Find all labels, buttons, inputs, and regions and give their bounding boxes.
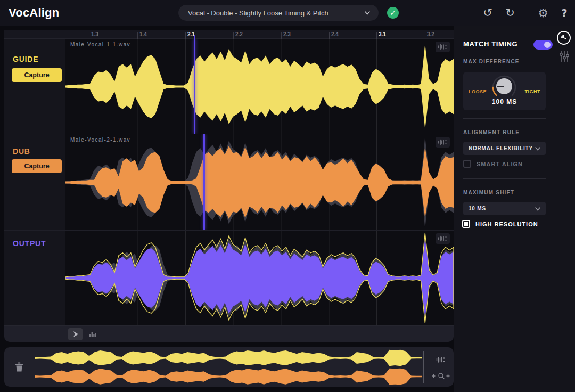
overview-region-start-handle[interactable] xyxy=(31,351,31,383)
knob-indicator xyxy=(497,86,504,87)
max-difference-label: MAX DIFFERENCE xyxy=(463,59,520,64)
clock-icon xyxy=(560,34,568,42)
chevron-down-icon xyxy=(365,10,370,15)
max-difference-value: 100 MS xyxy=(463,98,546,105)
settings-button[interactable]: ⚙ xyxy=(536,5,551,20)
tracks-container: GUIDE Capture Male-Vocal-1-1.wav xyxy=(4,39,454,325)
editor-panel: 1.31.42.12.22.32.43.13.2 GUIDE Capture M… xyxy=(4,30,454,342)
dub-playhead[interactable] xyxy=(203,134,205,230)
max-difference-panel: LOOSE TIGHT 100 MS xyxy=(463,72,546,110)
overview-guide-svg xyxy=(35,349,422,366)
status-check-badge: ✓ xyxy=(387,7,399,19)
dub-capture-button[interactable]: Capture xyxy=(12,159,62,173)
guide-capture-button[interactable]: Capture xyxy=(12,68,62,82)
alignment-rule-dropdown[interactable]: NORMAL FLEXIBILITY xyxy=(463,142,546,155)
preset-dropdown[interactable]: Vocal - Double - Slightly Loose Timing &… xyxy=(178,5,379,21)
chevron-down-icon xyxy=(535,206,540,211)
guide-playhead[interactable] xyxy=(194,39,195,134)
overview-region-end-handle[interactable] xyxy=(423,351,424,383)
histogram-icon xyxy=(89,331,96,338)
waveform-fit-icon xyxy=(438,235,447,242)
dub-waveform-area[interactable]: Male-Vocal-2-1.wav xyxy=(65,134,454,230)
overview-guide-waveform[interactable] xyxy=(35,349,422,366)
output-zoom-fit-button[interactable] xyxy=(436,233,450,244)
overview-track-separator xyxy=(35,367,423,368)
overview-fit-button[interactable] xyxy=(432,354,450,365)
tight-label: TIGHT xyxy=(525,89,541,94)
alignment-rule-label: ALIGNMENT RULE xyxy=(463,129,520,135)
dub-track-header: DUB Capture xyxy=(4,134,65,230)
smart-align-checkbox-row[interactable]: SMART ALIGN xyxy=(463,160,523,168)
timeline-ruler[interactable]: 1.31.42.12.22.32.43.13.2 xyxy=(4,30,454,39)
maximum-shift-label: MAXIMUM SHIFT xyxy=(463,190,514,195)
toolbar-divider xyxy=(529,7,529,19)
waveform-fit-icon xyxy=(438,44,447,50)
output-track: OUTPUT xyxy=(4,231,454,325)
overview-panel xyxy=(4,347,454,387)
overview-dub-svg xyxy=(35,368,422,385)
help-button[interactable]: ? xyxy=(557,5,572,20)
tab-pitch[interactable] xyxy=(558,50,571,63)
ruler-playhead-marker[interactable] xyxy=(194,35,195,39)
smart-align-label: SMART ALIGN xyxy=(477,161,523,167)
edit-toolbar xyxy=(4,325,454,342)
chevron-down-icon xyxy=(535,146,540,151)
preset-label: Vocal - Double - Slightly Loose Timing &… xyxy=(188,9,365,17)
output-waveform-area[interactable] xyxy=(65,231,454,325)
trash-icon xyxy=(14,362,24,372)
match-timing-toggle[interactable] xyxy=(533,40,553,50)
waveform-fit-icon xyxy=(438,139,447,145)
check-icon: ✓ xyxy=(390,9,396,17)
guide-track: GUIDE Capture Male-Vocal-1-1.wav xyxy=(4,39,454,134)
maximum-shift-dropdown[interactable]: 10 MS xyxy=(463,202,546,215)
output-track-header: OUTPUT xyxy=(4,231,65,325)
zoom-magnifier-icon xyxy=(431,372,451,380)
gear-icon: ⚙ xyxy=(538,6,548,20)
guide-waveform-area[interactable]: Male-Vocal-1-1.wav xyxy=(65,39,454,134)
loose-label: LOOSE xyxy=(469,89,487,94)
help-icon: ? xyxy=(561,7,567,19)
playback-cursor-tool-button[interactable] xyxy=(68,328,83,340)
high-resolution-checkbox[interactable] xyxy=(462,220,470,228)
guide-track-header: GUIDE Capture xyxy=(4,39,65,134)
dub-track-label: DUB xyxy=(13,147,30,156)
redo-button[interactable]: ↻ xyxy=(503,5,518,20)
guide-filename: Male-Vocal-1-1.wav xyxy=(70,42,130,47)
sidebar-divider xyxy=(463,178,546,179)
toggle-knob xyxy=(544,42,551,48)
smart-align-checkbox[interactable] xyxy=(463,160,471,168)
dub-track: DUB Capture Male-Vocal-2-1.wav xyxy=(4,134,454,231)
sidebar-divider xyxy=(463,118,546,119)
tab-timing[interactable] xyxy=(557,31,571,45)
output-waveform xyxy=(65,231,454,325)
vocalign-window: VocAlign Vocal - Double - Slightly Loose… xyxy=(0,0,575,392)
redo-icon: ↻ xyxy=(505,6,515,19)
output-track-label: OUTPUT xyxy=(13,239,46,248)
guide-waveform xyxy=(65,39,454,134)
overview-zoom-control[interactable] xyxy=(430,371,452,381)
max-difference-knob[interactable] xyxy=(496,78,512,94)
undo-button[interactable]: ↺ xyxy=(480,5,495,20)
match-timing-label: MATCH TIMING xyxy=(463,40,518,48)
sliders-icon xyxy=(560,51,569,62)
high-resolution-checkbox-row[interactable]: HIGH RESOLUTION xyxy=(462,220,538,228)
cursor-tool-icon xyxy=(72,331,79,338)
waveform-fit-icon xyxy=(436,356,446,363)
energy-view-tool-button[interactable] xyxy=(85,328,100,340)
control-sidebar: MATCH TIMING MAX DIFFERENCE xyxy=(454,26,575,392)
dub-filename: Male-Vocal-2-1.wav xyxy=(70,137,130,143)
undo-icon: ↺ xyxy=(483,6,492,19)
high-resolution-label: HIGH RESOLUTION xyxy=(475,221,538,227)
guide-track-label: GUIDE xyxy=(13,55,38,63)
overview-dub-waveform[interactable] xyxy=(35,368,422,385)
dub-zoom-fit-button[interactable] xyxy=(436,137,450,148)
maximum-shift-value: 10 MS xyxy=(469,206,535,211)
dub-waveform xyxy=(65,134,454,230)
alignment-rule-value: NORMAL FLEXIBILITY xyxy=(469,145,535,151)
top-bar: VocAlign Vocal - Double - Slightly Loose… xyxy=(0,0,575,26)
app-logo: VocAlign xyxy=(9,6,59,20)
guide-zoom-fit-button[interactable] xyxy=(436,42,450,52)
clear-audio-button[interactable] xyxy=(12,360,26,374)
